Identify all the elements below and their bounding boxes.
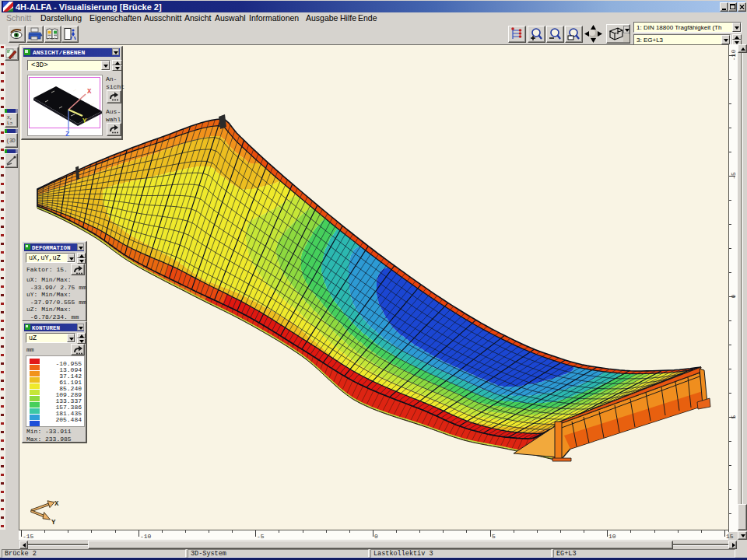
svg-text:Y: Y: [51, 519, 56, 527]
svg-text:X: X: [54, 500, 59, 508]
svg-text:Z: Z: [65, 131, 69, 137]
svg-text:Y: Y: [82, 117, 87, 125]
svg-text:5: 5: [730, 415, 737, 418]
svg-text:X: X: [87, 88, 92, 96]
svg-text:0: 0: [730, 294, 737, 298]
svg-text:-5: -5: [730, 172, 737, 180]
svg-text:-10: -10: [730, 50, 737, 61]
